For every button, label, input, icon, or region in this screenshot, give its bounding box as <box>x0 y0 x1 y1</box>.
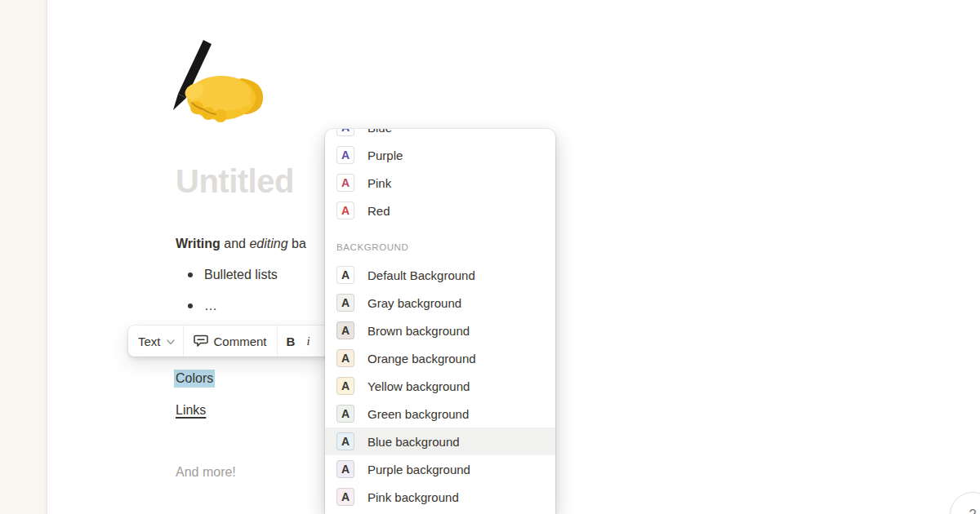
help-button[interactable]: ? <box>950 492 980 514</box>
list-item-text: … <box>204 299 217 313</box>
intro-bold-word: Writing <box>176 237 220 250</box>
menu-item-blue-background[interactable]: A Blue background <box>325 428 555 455</box>
menu-item-label: Green background <box>368 407 469 421</box>
menu-item-blue-text[interactable]: A Blue <box>325 129 555 141</box>
help-label: ? <box>969 507 977 514</box>
intro-tail-text: ba <box>288 237 306 250</box>
menu-item-label: Brown background <box>368 324 470 338</box>
page-title[interactable]: Untitled <box>176 163 294 200</box>
menu-item-gray-background[interactable]: A Gray background <box>325 289 555 317</box>
intro-paragraph[interactable]: Writing and editing ba <box>176 235 306 253</box>
menu-item-label: Orange background <box>368 352 476 366</box>
intro-mid-text: and <box>220 237 250 250</box>
background-swatch-icon: A <box>336 294 354 312</box>
color-swatch-icon: A <box>336 129 354 136</box>
block-type-button[interactable]: Text <box>128 326 183 357</box>
color-swatch-icon: A <box>336 146 354 164</box>
intro-italic-word: editing <box>249 237 287 250</box>
notion-page: Untitled Writing and editing ba Bulleted… <box>0 0 980 514</box>
color-picker-menu: A Blue A Purple A Pink A Red BACKGROUND … <box>325 129 555 514</box>
list-item-text: Bulleted lists <box>204 268 278 282</box>
menu-item-label: Red <box>368 204 390 218</box>
menu-item-label: Purple background <box>368 463 470 476</box>
menu-item-label: Pink <box>368 176 391 190</box>
background-section-header: BACKGROUND <box>325 224 555 261</box>
page-icon[interactable] <box>167 33 265 124</box>
italic-button[interactable]: i <box>300 326 316 357</box>
bold-button[interactable]: B <box>278 326 301 357</box>
menu-item-label: Yellow background <box>368 379 470 393</box>
comment-button[interactable]: Comment <box>184 326 277 357</box>
comment-label: Comment <box>214 335 267 348</box>
background-swatch-icon: A <box>336 488 354 506</box>
color-menu-scroll[interactable]: A Blue A Purple A Pink A Red BACKGROUND … <box>325 129 555 511</box>
background-swatch-icon: A <box>336 266 354 284</box>
selected-text-colors[interactable]: Colors <box>174 370 215 388</box>
menu-item-green-background[interactable]: A Green background <box>325 400 555 428</box>
list-item[interactable]: … <box>176 290 278 321</box>
menu-item-label: Pink background <box>368 490 459 504</box>
background-swatch-icon: A <box>336 405 354 423</box>
menu-item-red-text[interactable]: A Red <box>325 197 555 224</box>
background-swatch-icon: A <box>336 432 354 450</box>
menu-item-purple-text[interactable]: A Purple <box>325 141 555 169</box>
menu-item-pink-background[interactable]: A Pink background <box>325 483 555 511</box>
menu-item-label: Default Background <box>368 268 475 282</box>
menu-item-label: Blue <box>368 129 392 135</box>
menu-item-purple-background[interactable]: A Purple background <box>325 455 555 483</box>
menu-item-pink-text[interactable]: A Pink <box>325 169 555 197</box>
sidebar-edge[interactable] <box>0 0 47 514</box>
links-link[interactable]: Links <box>176 401 206 419</box>
color-swatch-icon: A <box>336 174 354 192</box>
menu-item-default-background[interactable]: A Default Background <box>325 261 555 289</box>
menu-item-yellow-background[interactable]: A Yellow background <box>325 372 555 400</box>
block-type-label: Text <box>138 335 161 348</box>
bullet-dot-icon <box>188 273 193 277</box>
writing-hand-emoji <box>167 33 265 124</box>
background-swatch-icon: A <box>336 321 354 339</box>
background-swatch-icon: A <box>336 377 354 395</box>
menu-item-label: Blue background <box>368 435 460 449</box>
list-item[interactable]: Bulleted lists <box>176 259 278 290</box>
menu-item-brown-background[interactable]: A Brown background <box>325 317 555 344</box>
background-swatch-icon: A <box>336 349 354 367</box>
bullet-list: Bulleted lists … <box>176 259 278 321</box>
footer-text: And more! <box>176 465 236 480</box>
menu-item-label: Purple <box>368 148 403 162</box>
bullet-dot-icon <box>188 304 193 308</box>
menu-item-orange-background[interactable]: A Orange background <box>325 344 555 372</box>
chevron-down-icon <box>167 339 175 345</box>
color-swatch-icon: A <box>336 202 354 219</box>
menu-item-label: Gray background <box>368 296 461 310</box>
comment-icon <box>194 334 208 348</box>
background-swatch-icon: A <box>336 460 354 478</box>
selection-toolbar: Text Comment B i <box>128 326 329 357</box>
